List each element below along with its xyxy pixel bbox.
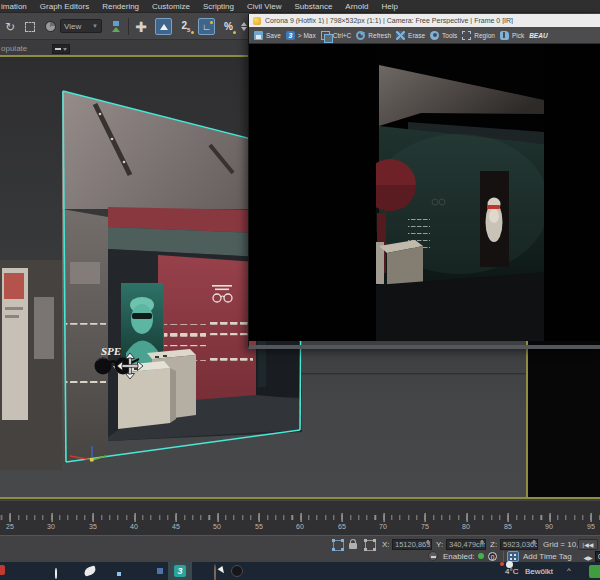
render-room — [364, 65, 549, 341]
left-wall-posters[interactable] — [0, 260, 62, 470]
frame-label: 95 — [587, 523, 595, 530]
upload-arrow-icon[interactable] — [113, 565, 125, 580]
frame-label: 25 — [6, 523, 14, 530]
populate-label[interactable]: opulate — [1, 44, 27, 53]
windows-taskbar: 3 4°C Bewölkt ^ — [0, 562, 600, 580]
enabled-label: Enabled: — [443, 552, 475, 561]
render-statue-poster — [480, 171, 509, 267]
status-bar: X: 15120,863 Y: 340,479cm Z: 5923,036cm … — [0, 535, 600, 562]
partial-app-icon[interactable] — [0, 565, 5, 575]
menu-rendering[interactable]: Rendering — [102, 2, 139, 11]
corona-vfb-window[interactable]: Corona 9 (Hotfix 1) | 798×532px (1:1) | … — [248, 14, 600, 349]
svg-text:SPE: SPE — [101, 345, 121, 357]
active-viewport-border-bottom — [0, 497, 600, 499]
select-and-place-button[interactable] — [155, 18, 172, 35]
snap-toggle-icon[interactable]: 25 — [178, 13, 194, 40]
key-filters-icon[interactable] — [428, 551, 438, 561]
white-app-icon[interactable] — [83, 565, 97, 576]
x-coordinate-field[interactable]: 15120,863 — [392, 539, 432, 550]
corona-toolbar: Save 3 > Max Ctrl+C Refresh Erase Tools … — [249, 27, 600, 44]
menu-civil-view[interactable]: Civil View — [247, 2, 282, 11]
menu-help[interactable]: Help — [381, 2, 397, 11]
redo-icon[interactable]: ↻ — [2, 13, 18, 40]
current-frame-field[interactable]: 0 — [595, 551, 600, 562]
save-button[interactable]: Save — [254, 31, 281, 40]
menu-scripting[interactable]: Scripting — [203, 2, 234, 11]
ruler-minor-ticks — [0, 515, 600, 520]
dark-app-icon[interactable] — [231, 565, 243, 577]
erase-icon — [396, 31, 405, 40]
hand-icon — [500, 31, 509, 40]
frame-label: 60 — [296, 523, 304, 530]
zero-badge[interactable]: 0 — [488, 552, 497, 561]
menu-substance[interactable]: Substance — [295, 2, 333, 11]
absolute-mode-icon[interactable] — [365, 540, 376, 551]
corona-titlebar[interactable]: Corona 9 (Hotfix 1) | 798×532px (1:1) | … — [249, 14, 600, 27]
menu-graph-editors[interactable]: Graph Editors — [40, 2, 89, 11]
corona-render-canvas[interactable] — [249, 44, 600, 341]
tools-button[interactable]: Tools — [430, 31, 457, 40]
timeline-ruler[interactable]: 25 30 35 40 45 50 55 60 65 70 75 80 85 9… — [0, 500, 600, 535]
selection-filter-icon[interactable] — [42, 13, 58, 40]
frame-label: 70 — [379, 523, 387, 530]
gear-icon — [430, 31, 439, 40]
copy-icon — [321, 31, 330, 40]
pick-button[interactable]: Pick — [500, 31, 524, 40]
add-time-tag-label[interactable]: Add Time Tag — [523, 552, 572, 561]
select-and-move-icon[interactable]: ✚ — [132, 13, 150, 40]
corona-render-image — [249, 44, 600, 341]
save-icon — [254, 31, 263, 40]
frame-label: 55 — [255, 523, 263, 530]
frame-label: 75 — [421, 523, 429, 530]
recorder-app-icon[interactable] — [214, 564, 216, 580]
tray-expand-caret[interactable]: ^ — [567, 566, 571, 575]
select-region-icon[interactable] — [22, 13, 38, 40]
frame-label: 40 — [130, 523, 138, 530]
region-button[interactable]: Region — [462, 31, 495, 40]
frame-label: 50 — [213, 523, 221, 530]
frame-label: 80 — [462, 523, 470, 530]
ribbon-dropdown[interactable] — [52, 44, 70, 54]
weather-desc[interactable]: Bewölkt — [525, 567, 553, 576]
y-coordinate-field[interactable]: 340,479cm — [446, 539, 486, 550]
frame-label: 30 — [47, 523, 55, 530]
toolbar-separator — [128, 18, 129, 35]
3dsmax-taskbar-icon[interactable]: 3 — [168, 562, 192, 580]
frame-label: 90 — [545, 523, 553, 530]
menubar: imation Graph Editors Rendering Customiz… — [0, 0, 600, 13]
refresh-icon — [356, 31, 365, 40]
angle-snap-button[interactable]: ∟ — [198, 18, 215, 35]
corona-logo-icon — [253, 17, 261, 25]
menu-arnold[interactable]: Arnold — [345, 2, 368, 11]
corona-title: Corona 9 (Hotfix 1) | 798×532px (1:1) | … — [265, 17, 513, 24]
select-by-name-icon[interactable] — [108, 13, 124, 40]
3dsmax-application-window: imation Graph Editors Rendering Customiz… — [0, 0, 600, 580]
menu-animation[interactable]: imation — [1, 2, 27, 11]
statusbar-divider — [503, 551, 504, 562]
z-coordinate-field[interactable]: 5923,036cm — [500, 539, 538, 550]
x-label: X: — [382, 540, 390, 549]
enabled-check-icon[interactable] — [478, 553, 484, 559]
send-to-max-button[interactable]: 3 > Max — [286, 31, 316, 40]
frame-label: 65 — [338, 523, 346, 530]
z-label: Z: — [490, 540, 497, 549]
corona-3-icon: 3 — [286, 31, 295, 40]
percent-snap-icon[interactable]: % — [221, 13, 236, 40]
menu-customize[interactable]: Customize — [152, 2, 190, 11]
frame-label: 45 — [172, 523, 180, 530]
weather-temp[interactable]: 4°C — [505, 567, 518, 576]
erase-button[interactable]: Erase — [396, 31, 425, 40]
coordinate-system-dropdown[interactable]: View▼ — [60, 19, 102, 33]
frame-label: 85 — [504, 523, 512, 530]
y-label: Y: — [436, 540, 443, 549]
selection-lock-icon[interactable] — [349, 543, 357, 549]
region-icon — [462, 31, 471, 40]
copy-button[interactable]: Ctrl+C — [321, 31, 352, 40]
refresh-button[interactable]: Refresh — [356, 31, 391, 40]
tray-green-icon[interactable] — [589, 565, 600, 578]
go-to-start-button[interactable]: |◀◀ — [578, 539, 598, 550]
frame-step-arrows[interactable]: ◀▶ — [582, 552, 594, 562]
lut-beauty-dropdown[interactable]: BEAU — [529, 32, 547, 39]
transform-gizmo-icon[interactable] — [333, 540, 344, 551]
frame-label: 35 — [89, 523, 97, 530]
